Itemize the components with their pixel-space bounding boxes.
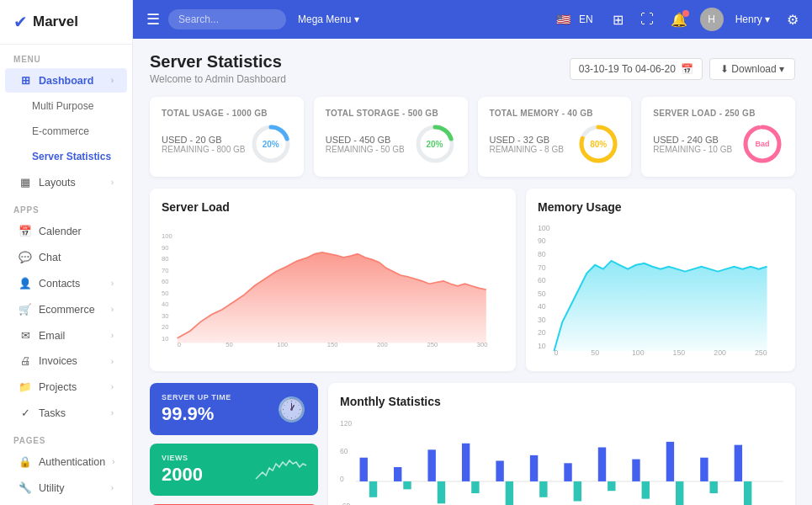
memory-usage-svg: 100 90 80 70 60 50 40 30 20 10 0 50 100 … bbox=[538, 222, 783, 357]
sidebar-item-dashboard-label: Dashboard bbox=[39, 75, 93, 87]
storage-donut-label: 20% bbox=[426, 140, 443, 149]
bar-aug-blue bbox=[598, 447, 606, 481]
storage-donut: 20% bbox=[414, 123, 456, 165]
flag-icon: 🇺🇸 bbox=[556, 13, 571, 26]
svg-text:90: 90 bbox=[162, 244, 168, 252]
svg-text:70: 70 bbox=[538, 263, 546, 272]
bottom-row: SERVER UP TIME 99.9% 🕐 VIEWS 2000 bbox=[150, 383, 795, 505]
page-header-actions: 03-10-19 To 04-06-20 📅 ⬇ Download ▾ bbox=[570, 58, 795, 80]
sidebar-item-utility-label: Utility bbox=[39, 482, 65, 494]
stat-card-usage: TOTAL USAGE - 1000 GB USED - 20 GB REMAI… bbox=[150, 97, 304, 177]
sidebar-item-email[interactable]: ✉ Email › bbox=[5, 323, 127, 348]
svg-text:20: 20 bbox=[162, 323, 168, 331]
clock-icon: 🕐 bbox=[277, 396, 306, 423]
sidebar-item-authentication[interactable]: 🔒 Authentication › bbox=[5, 449, 127, 474]
sidebar-item-ecommerce2[interactable]: 🛒 Ecommerce › bbox=[5, 297, 127, 322]
monthly-stats-title: Monthly Statistics bbox=[340, 395, 783, 408]
chevron-icon: › bbox=[111, 76, 114, 85]
sidebar-item-layouts[interactable]: ▦ Layouts › bbox=[5, 170, 127, 194]
usage-donut: 20% bbox=[250, 123, 292, 165]
svg-text:60: 60 bbox=[538, 276, 546, 284]
sidebar-item-serverstatistics[interactable]: Server Statistics bbox=[5, 145, 127, 168]
date-range-picker[interactable]: 03-10-19 To 04-06-20 📅 bbox=[570, 58, 703, 80]
bar-jun-blue bbox=[530, 455, 538, 481]
svg-text:80: 80 bbox=[162, 255, 168, 263]
uptime-info: SERVER UP TIME 99.9% bbox=[162, 393, 231, 425]
sidebar-item-authentication-label: Authentication bbox=[39, 456, 105, 468]
settings-icon[interactable]: ⚙ bbox=[787, 12, 799, 28]
bar-jun-green bbox=[539, 481, 547, 497]
bar-oct-green bbox=[676, 481, 683, 505]
bar-feb-green bbox=[403, 481, 411, 489]
bar-may-green bbox=[506, 481, 513, 505]
language-label[interactable]: EN bbox=[579, 13, 593, 25]
stat-card-storage-row: USED - 450 GB REMAINING - 50 GB 20% bbox=[326, 123, 456, 165]
notification-icon[interactable]: 🔔 bbox=[671, 12, 687, 28]
sidebar-item-ecommerce[interactable]: E-commerce bbox=[5, 120, 127, 143]
stat-card-serverload-row: USED - 240 GB REMAINING - 10 GB Bad bbox=[653, 123, 783, 165]
sidebar-item-tasks-label: Tasks bbox=[39, 407, 66, 419]
svg-text:30: 30 bbox=[538, 316, 546, 324]
chevron-icon: › bbox=[111, 357, 114, 366]
sidebar-item-contacts[interactable]: 👤 Contacts › bbox=[5, 271, 127, 295]
sidebar-item-chat-label: Chat bbox=[39, 252, 61, 263]
bar-aug-green bbox=[608, 481, 615, 491]
authentication-icon: 🔒 bbox=[19, 455, 32, 468]
serverload-donut: Bad bbox=[741, 123, 783, 165]
stat-card-memory-row: USED - 32 GB REMAINING - 8 GB 80% bbox=[490, 123, 620, 165]
monthly-stats-svg: 120 60 0 -60 bbox=[340, 417, 783, 505]
projects-icon: 📁 bbox=[19, 380, 32, 393]
svg-text:80: 80 bbox=[538, 250, 546, 258]
stat-card-serverload-header: SERVER LOAD - 250 GB bbox=[653, 109, 783, 118]
content-area: Server Statistics Welcome to Admin Dashb… bbox=[133, 39, 812, 505]
sidebar-item-utility[interactable]: 🔧 Utility › bbox=[5, 476, 127, 500]
views-value: 2000 bbox=[162, 464, 203, 486]
stat-card-memory-header: TOTAL MEMORY - 40 GB bbox=[490, 109, 620, 118]
sidebar-item-tasks[interactable]: ✓ Tasks › bbox=[5, 401, 127, 425]
calendar-icon: 📅 bbox=[681, 63, 693, 75]
charts-row: Server Load 100 90 80 70 60 50 40 30 20 … bbox=[150, 189, 795, 371]
sidebar-item-invoices[interactable]: 🖨 Invoices › bbox=[5, 349, 127, 373]
pages-section-label: PAGES bbox=[0, 426, 132, 449]
sidebar-item-chat[interactable]: 💬 Chat bbox=[5, 245, 127, 269]
bar-jul-blue bbox=[564, 463, 571, 481]
download-button[interactable]: ⬇ Download ▾ bbox=[709, 58, 795, 80]
stat-cards-row: TOTAL USAGE - 1000 GB USED - 20 GB REMAI… bbox=[150, 97, 795, 177]
sidebar-item-dashboard[interactable]: ⊞ Dashboard › bbox=[5, 68, 127, 93]
page-title: Server Statistics bbox=[150, 52, 286, 72]
search-input[interactable] bbox=[168, 9, 286, 29]
page-title-group: Server Statistics Welcome to Admin Dashb… bbox=[150, 52, 286, 85]
username-button[interactable]: Henry ▾ bbox=[735, 13, 770, 25]
grid-icon[interactable]: ⊞ bbox=[613, 12, 624, 28]
stat-card-memory-title: TOTAL MEMORY - 40 GB bbox=[490, 109, 593, 118]
bar-dec-green bbox=[744, 481, 751, 505]
bar-mar-green bbox=[438, 481, 445, 503]
sidebar-item-calender-label: Calender bbox=[39, 226, 82, 237]
apps-section-label: APPS bbox=[0, 195, 132, 218]
email-icon: ✉ bbox=[19, 329, 32, 342]
chevron-icon: › bbox=[112, 457, 114, 466]
topbar: ☰ Mega Menu ▾ 🇺🇸 EN ⊞ ⛶ 🔔 H Henry ▾ ⚙ bbox=[133, 0, 812, 39]
stat-card-serverload-title: SERVER LOAD - 250 GB bbox=[653, 109, 755, 118]
sidebar-item-contacts-label: Contacts bbox=[39, 278, 80, 290]
sidebar-item-multipurpose[interactable]: Multi Purpose bbox=[5, 94, 127, 118]
megamenu-button[interactable]: Mega Menu ▾ bbox=[298, 13, 359, 25]
main-area: ☰ Mega Menu ▾ 🇺🇸 EN ⊞ ⛶ 🔔 H Henry ▾ ⚙ Se… bbox=[133, 0, 812, 505]
sidebar-item-projects[interactable]: 📁 Projects › bbox=[5, 375, 127, 399]
stat-card-serverload-used: USED - 240 GB bbox=[653, 135, 732, 145]
fullscreen-icon[interactable]: ⛶ bbox=[640, 12, 654, 27]
logo-icon: ✔ bbox=[13, 12, 28, 32]
memory-donut-label: 80% bbox=[590, 140, 607, 149]
memory-usage-chart-card: Memory Usage 100 90 80 70 60 50 40 30 20… bbox=[526, 189, 795, 371]
monthly-stats-card: Monthly Statistics 120 60 0 -60 bbox=[328, 383, 795, 505]
stat-card-memory: TOTAL MEMORY - 40 GB USED - 32 GB REMAIN… bbox=[478, 97, 632, 177]
hamburger-icon[interactable]: ☰ bbox=[146, 10, 160, 29]
sidebar-item-calender[interactable]: 📅 Calender bbox=[5, 219, 127, 243]
bar-sep-blue bbox=[632, 460, 640, 481]
uptime-card: SERVER UP TIME 99.9% 🕐 bbox=[150, 383, 318, 435]
stat-card-serverload: SERVER LOAD - 250 GB USED - 240 GB REMAI… bbox=[641, 97, 795, 177]
svg-text:30: 30 bbox=[162, 312, 168, 320]
svg-text:20: 20 bbox=[538, 329, 546, 338]
views-info: VIEWS 2000 bbox=[162, 454, 203, 486]
avatar: H bbox=[700, 8, 724, 31]
